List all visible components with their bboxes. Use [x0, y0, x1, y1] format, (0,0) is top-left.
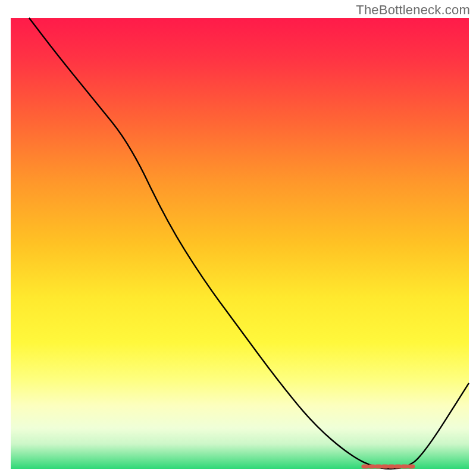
chart-stage: TheBottleneck.com	[0, 0, 476, 476]
plot-background	[11, 18, 469, 469]
watermark-text: TheBottleneck.com	[356, 2, 470, 18]
chart-svg	[0, 0, 476, 476]
